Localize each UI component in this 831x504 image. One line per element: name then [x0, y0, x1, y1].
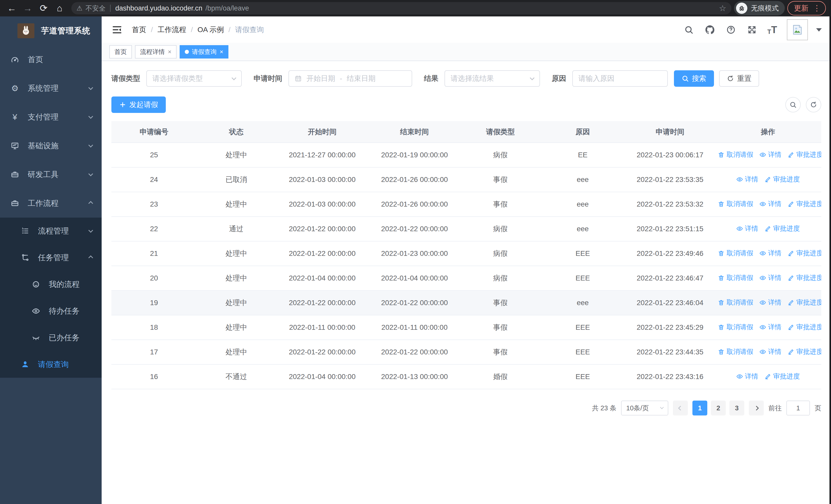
cell-start: 2022-01-03 00:00:00: [276, 167, 369, 192]
cell-type: 病假: [461, 241, 540, 266]
sidebar-item-label: 请假查询: [38, 359, 69, 370]
sidebar-item-done-task[interactable]: 已办任务: [0, 324, 102, 351]
action-detail-link[interactable]: 详情: [760, 298, 781, 307]
cell-status: 处理中: [197, 340, 276, 364]
sidebar-item-workflow[interactable]: 工作流程: [0, 189, 102, 217]
tab-home[interactable]: 首页: [109, 45, 132, 59]
breadcrumb-current: 请假查询: [235, 25, 264, 35]
table-row: 24已取消2022-01-03 00:00:002022-01-26 00:00…: [111, 167, 821, 192]
action-progress-link[interactable]: 审批进度: [765, 224, 800, 233]
tab-process-detail[interactable]: 流程详情 ×: [135, 45, 177, 59]
action-progress-link[interactable]: 审批进度: [787, 323, 821, 331]
font-size-icon[interactable]: TT: [767, 24, 777, 35]
action-cancel-link[interactable]: 取消请假: [718, 150, 753, 159]
toggle-search-button[interactable]: [785, 97, 801, 112]
action-progress-link[interactable]: 审批进度: [787, 150, 821, 159]
sidebar-item-task-mgmt[interactable]: 任务管理: [0, 244, 102, 271]
url-host: dashboard.yudao.iocoder.cn: [115, 4, 202, 12]
action-detail-link[interactable]: 详情: [736, 372, 758, 381]
prev-page-button[interactable]: [673, 401, 688, 415]
url-path: /bpm/oa/leave: [206, 4, 249, 12]
bookmark-star-icon[interactable]: ☆: [719, 3, 726, 13]
cell-actions: 取消请假详情审批进度: [715, 192, 821, 216]
sidebar-item-my-process[interactable]: 我的流程: [0, 271, 102, 298]
action-detail-link[interactable]: 详情: [760, 323, 781, 331]
sidebar-item-leave-query[interactable]: 请假查询: [0, 351, 102, 378]
browser-home-icon[interactable]: ⌂: [53, 2, 66, 15]
page-button-1[interactable]: 1: [692, 401, 707, 415]
table-row: 25处理中2021-12-27 00:00:002022-01-19 00:00…: [111, 143, 821, 167]
sidebar-item-todo-task[interactable]: 待办任务: [0, 298, 102, 324]
action-progress-link[interactable]: 审批进度: [787, 249, 821, 258]
avatar[interactable]: [787, 19, 808, 40]
sidebar-item-home[interactable]: 首页: [0, 45, 102, 74]
sidebar-item-process-mgmt[interactable]: 流程管理: [0, 217, 102, 244]
help-icon[interactable]: [725, 24, 737, 35]
app-logo[interactable]: 芋道管理系统: [0, 17, 102, 45]
date-range-picker[interactable]: 开始日期 - 结束日期: [288, 70, 412, 87]
refresh-table-button[interactable]: [806, 97, 821, 112]
address-bar[interactable]: ⚠ 不安全 dashboard.yudao.iocoder.cn/bpm/oa/…: [71, 2, 732, 14]
browser-back-icon[interactable]: ←: [5, 2, 19, 15]
close-icon[interactable]: ×: [220, 48, 223, 55]
action-cancel-link[interactable]: 取消请假: [718, 249, 753, 258]
action-detail-link[interactable]: 详情: [760, 249, 781, 258]
page-size-select[interactable]: 10条/页: [621, 401, 668, 415]
sidebar-item-infra[interactable]: 基础设施: [0, 131, 102, 160]
leave-type-select[interactable]: 请选择请假类型: [146, 70, 242, 87]
action-progress-link[interactable]: 审批进度: [787, 199, 821, 208]
next-page-button[interactable]: [749, 401, 764, 415]
action-detail-link[interactable]: 详情: [736, 175, 758, 184]
cell-reason: EEE: [540, 315, 625, 340]
page-button-3[interactable]: 3: [729, 401, 744, 415]
search-button[interactable]: 搜索: [674, 70, 714, 87]
browser-forward-icon[interactable]: →: [21, 2, 34, 15]
action-cancel-link[interactable]: 取消请假: [718, 273, 753, 282]
action-detail-link[interactable]: 详情: [760, 273, 781, 282]
browser-update-button[interactable]: 更新 ⋮: [787, 1, 826, 16]
avatar-dropdown-icon[interactable]: [816, 28, 822, 32]
action-progress-link[interactable]: 审批进度: [787, 273, 821, 282]
breadcrumb-workflow[interactable]: 工作流程: [157, 25, 186, 35]
sidebar-item-system[interactable]: ⚙ 系统管理: [0, 74, 102, 102]
action-detail-link[interactable]: 详情: [760, 199, 781, 208]
create-leave-button[interactable]: 发起请假: [111, 96, 166, 113]
action-cancel-link[interactable]: 取消请假: [718, 347, 753, 356]
github-icon[interactable]: [704, 24, 716, 35]
breadcrumb-home[interactable]: 首页: [132, 25, 146, 35]
cell-reason: EEE: [540, 340, 625, 364]
search-icon[interactable]: [683, 24, 694, 35]
tab-leave-query[interactable]: 请假查询 ×: [180, 45, 228, 59]
cell-end: 2022-01-13 00:00:00: [368, 364, 461, 389]
action-cancel-link[interactable]: 取消请假: [718, 199, 753, 208]
action-progress-link[interactable]: 审批进度: [765, 175, 800, 184]
chevron-down-icon: [660, 406, 664, 409]
browser-menu-icon[interactable]: ⋮: [813, 4, 821, 12]
cell-applied: 2022-01-22 23:53:32: [625, 192, 715, 216]
browser-reload-icon[interactable]: ⟳: [37, 2, 50, 15]
breadcrumb-oa-demo[interactable]: OA 示例: [198, 25, 224, 35]
action-detail-link[interactable]: 详情: [736, 224, 758, 233]
fullscreen-icon[interactable]: [746, 24, 757, 35]
action-cancel-link[interactable]: 取消请假: [718, 298, 753, 307]
sidebar-collapse-icon[interactable]: [111, 24, 123, 36]
action-progress-link[interactable]: 审批进度: [787, 298, 821, 307]
action-detail-link[interactable]: 详情: [760, 347, 781, 356]
action-detail-link[interactable]: 详情: [760, 150, 781, 159]
sidebar-item-pay[interactable]: ¥ 支付管理: [0, 102, 102, 131]
result-select[interactable]: 请选择流结果: [445, 70, 540, 87]
sidebar-item-dev[interactable]: 研发工具: [0, 160, 102, 189]
close-icon[interactable]: ×: [168, 48, 171, 55]
cell-status: 处理中: [197, 266, 276, 291]
reason-input[interactable]: 请输入原因: [572, 70, 668, 87]
cell-reason: eee: [540, 167, 625, 192]
flow-icon: [21, 254, 30, 262]
goto-page-input[interactable]: [786, 401, 810, 415]
page-button-2[interactable]: 2: [711, 401, 726, 415]
cell-reason: eee: [540, 192, 625, 216]
reset-button[interactable]: 重置: [719, 70, 759, 87]
action-progress-link[interactable]: 审批进度: [787, 347, 821, 356]
cell-actions: 详情审批进度: [715, 364, 821, 389]
action-cancel-link[interactable]: 取消请假: [718, 323, 753, 331]
action-progress-link[interactable]: 审批进度: [765, 372, 800, 381]
